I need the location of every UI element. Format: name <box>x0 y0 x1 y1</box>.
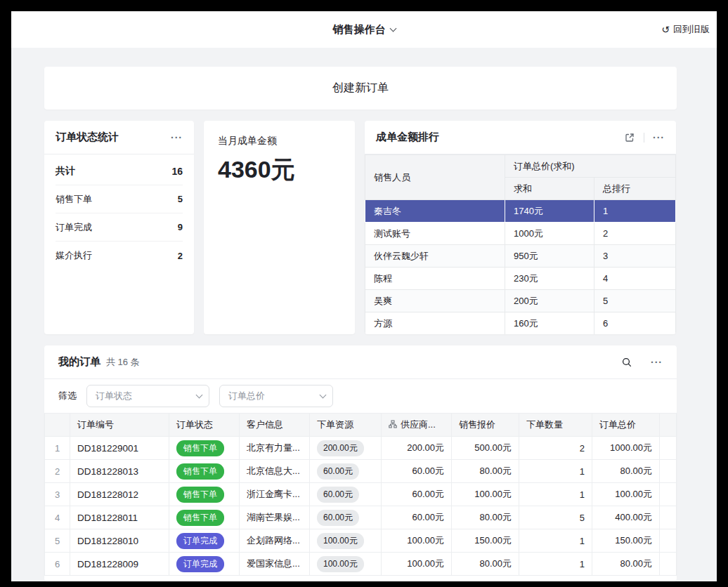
create-order-button[interactable]: 创建新订单 <box>44 67 677 110</box>
status-row[interactable]: 订单完成 9 <box>56 213 183 242</box>
order-row[interactable]: 6 DD181228009 订单完成 爱国家信息... 100.00元 100.… <box>45 553 677 576</box>
ranking-card-header: 成单金额排行 ··· <box>365 121 676 154</box>
workspace-title-dropdown[interactable]: 销售操作台 <box>333 23 396 37</box>
person-cell: 陈程 <box>365 268 505 290</box>
status-badge: 销售下单 <box>176 510 224 526</box>
back-to-old-version-label: 回到旧版 <box>673 23 710 36</box>
customer-cell: 企划路网络... <box>240 529 310 553</box>
order-row[interactable]: 5 DD181228010 订单完成 企划路网络... 100.00元 100.… <box>45 529 677 553</box>
ranking-row[interactable]: 陈程 230元 4 <box>365 268 676 290</box>
ranking-row[interactable]: 测试账号 1000元 2 <box>365 223 676 245</box>
sum-cell: 160元 <box>505 312 594 335</box>
col-supplier[interactable]: 供应商... <box>382 414 452 437</box>
customer-cell: 北京有力量... <box>240 437 310 460</box>
qty-cell: 2 <box>519 437 592 460</box>
status-badge: 订单完成 <box>176 533 224 549</box>
status-row-total[interactable]: 共计 16 <box>56 157 183 185</box>
rank-cell: 2 <box>594 223 676 245</box>
status-cell: 销售下单 <box>169 460 240 483</box>
order-status-filter-select[interactable]: 订单状态 <box>86 385 209 407</box>
rank-cell: 4 <box>594 268 676 290</box>
orders-header-row: 订单编号 订单状态 客户信息 下单资源 <box>45 414 677 437</box>
sum-cell: 1000元 <box>505 223 594 245</box>
spacer-cell <box>660 483 677 506</box>
order-no-cell: DD181228010 <box>70 529 169 553</box>
status-value: 9 <box>178 222 183 232</box>
search-icon[interactable] <box>621 357 632 368</box>
status-cell: 销售下单 <box>169 437 240 460</box>
col-quote[interactable]: 销售报价 <box>452 414 519 437</box>
status-card-title: 订单状态统计 <box>56 131 119 144</box>
status-label: 共计 <box>56 165 75 178</box>
col-total[interactable]: 订单总价 <box>592 414 660 437</box>
status-value: 2 <box>178 251 183 261</box>
order-total-filter-placeholder: 订单总价 <box>228 390 265 402</box>
back-to-old-version-link[interactable]: ↺ 回到旧版 <box>661 11 710 48</box>
customer-cell: 爱国家信息... <box>240 553 310 576</box>
top-bar: 销售操作台 ↺ 回到旧版 <box>11 11 717 48</box>
status-row[interactable]: 销售下单 5 <box>56 185 183 213</box>
resource-cell: 60.00元 <box>310 506 382 529</box>
person-cell: 测试账号 <box>365 223 505 245</box>
quote-cell: 80.00元 <box>452 506 519 529</box>
chevron-down-icon <box>196 392 203 399</box>
ranking-col-rank: 总排行 <box>594 178 676 200</box>
order-row[interactable]: 1 DD181229001 销售下单 北京有力量... 200.00元 200.… <box>45 437 677 460</box>
rank-cell: 6 <box>594 312 676 335</box>
ranking-card-title: 成单金额排行 <box>376 131 439 144</box>
col-status[interactable]: 订单状态 <box>169 414 240 437</box>
quote-cell: 100.00元 <box>452 483 519 506</box>
col-supplier-label: 供应商... <box>401 418 436 431</box>
order-total-filter-select[interactable]: 订单总价 <box>219 385 333 407</box>
sum-cell: 950元 <box>505 245 594 268</box>
total-cell: 150.00元 <box>592 529 660 553</box>
order-row[interactable]: 4 DD181228011 销售下单 湖南芒果娱... 60.00元 60.00… <box>45 506 677 529</box>
resource-cell: 200.00元 <box>310 437 382 460</box>
row-index: 1 <box>45 437 70 460</box>
supplier-cell: 100.00元 <box>382 529 452 553</box>
row-index: 5 <box>45 529 70 553</box>
person-cell: 秦吉冬 <box>365 200 505 223</box>
status-cell: 销售下单 <box>169 483 240 506</box>
total-cell: 400.00元 <box>592 506 660 529</box>
col-order-no[interactable]: 订单编号 <box>70 414 169 437</box>
spacer-cell <box>660 506 677 529</box>
qty-cell: 1 <box>519 529 592 553</box>
rank-cell: 1 <box>594 200 676 223</box>
ranking-row[interactable]: 方源 160元 6 <box>365 312 676 335</box>
page-title: 销售操作台 <box>333 23 386 37</box>
sum-cell: 200元 <box>505 290 594 312</box>
supplier-cell: 200.00元 <box>382 437 452 460</box>
row-index: 4 <box>45 506 70 529</box>
col-customer[interactable]: 客户信息 <box>240 414 310 437</box>
total-cell: 80.00元 <box>592 553 660 576</box>
more-icon[interactable]: ··· <box>171 133 183 143</box>
sum-cell: 230元 <box>505 268 594 290</box>
more-icon[interactable]: ··· <box>653 133 665 143</box>
ranking-row[interactable]: 伙伴云魏少轩 950元 3 <box>365 245 676 268</box>
export-icon[interactable] <box>624 132 635 143</box>
status-cell: 销售下单 <box>169 506 240 529</box>
col-resource[interactable]: 下单资源 <box>310 414 382 437</box>
order-status-filter-placeholder: 订单状态 <box>96 390 132 402</box>
customer-cell: 浙江金鹰卡... <box>240 483 310 506</box>
status-card-header: 订单状态统计 ··· <box>44 121 194 154</box>
customer-cell: 湖南芒果娱... <box>240 506 310 529</box>
order-row[interactable]: 3 DD181228012 销售下单 浙江金鹰卡... 60.00元 60.00… <box>45 483 677 506</box>
status-badge: 订单完成 <box>176 556 224 572</box>
col-qty[interactable]: 下单数量 <box>519 414 592 437</box>
status-value: 16 <box>171 166 183 177</box>
order-row[interactable]: 2 DD181228013 销售下单 北京信息大... 60.00元 60.00… <box>45 460 677 483</box>
ranking-row[interactable]: 吴爽 200元 5 <box>365 290 676 312</box>
resource-pill: 100.00元 <box>317 556 364 572</box>
chevron-down-icon <box>320 392 327 399</box>
spacer-cell <box>660 437 677 460</box>
ranking-row-selected[interactable]: 秦吉冬 1740元 1 <box>365 200 676 223</box>
restore-icon: ↺ <box>661 24 670 35</box>
person-cell: 吴爽 <box>365 290 505 312</box>
col-index <box>45 414 70 437</box>
status-row[interactable]: 媒介执行 2 <box>56 242 183 270</box>
row-index: 6 <box>45 553 70 576</box>
more-icon[interactable]: ··· <box>651 357 663 367</box>
row-index: 3 <box>45 483 70 506</box>
